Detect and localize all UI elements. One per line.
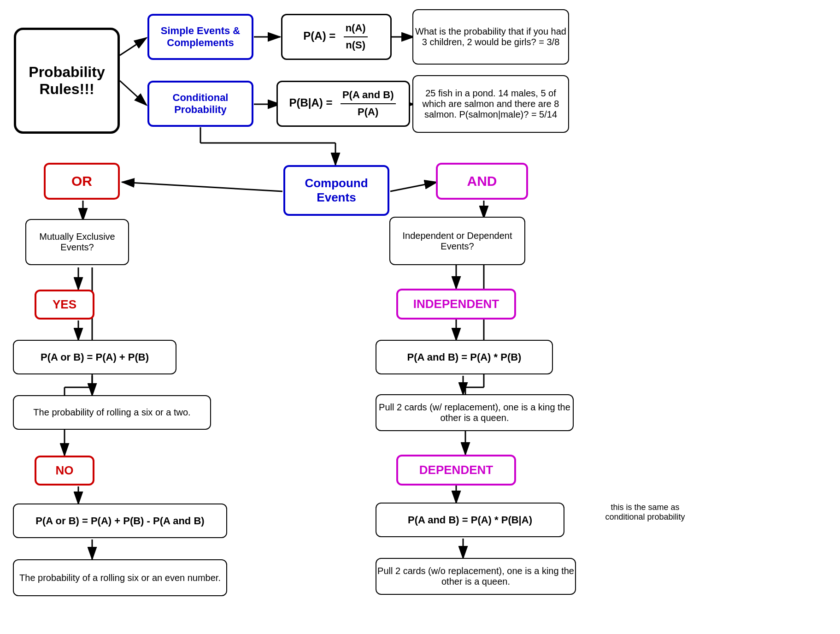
svg-line-11 [122, 182, 282, 191]
formula-conditional-content: P(B|A) = P(A and B) P(A) [289, 88, 397, 119]
dependent-box: DEPENDENT [396, 455, 516, 486]
example-or-yes-label: The probability of rolling a six or a tw… [33, 407, 190, 418]
compound-events-label: Compound Events [285, 176, 388, 205]
example-and-ind-label: Pull 2 cards (w/ replacement), one is a … [376, 402, 573, 423]
formula-conditional-box: P(B|A) = P(A and B) P(A) [276, 81, 410, 127]
formula-simple-box: P(A) = n(A) n(S) [281, 14, 392, 60]
simple-events-box: Simple Events & Complements [147, 14, 253, 60]
compound-events-box: Compound Events [283, 165, 389, 216]
mutually-exclusive-label: Mutually Exclusive Events? [26, 231, 128, 253]
independent-dependent-box: Independent or Dependent Events? [389, 217, 525, 265]
yes-box: YES [35, 290, 94, 320]
no-label: NO [56, 463, 74, 478]
diagram: Probability Rules!!! Simple Events & Com… [0, 0, 840, 634]
probability-rules-label: Probability Rules!!! [16, 64, 117, 98]
or-label: OR [71, 173, 92, 189]
conditional-probability-box: Conditional Probability [147, 81, 253, 127]
formula-or-no-label: P(A or B) = P(A) + P(B) - P(A and B) [35, 515, 204, 527]
formula-or-no-box: P(A or B) = P(A) + P(B) - P(A and B) [13, 504, 227, 538]
independent-label: INDEPENDENT [413, 297, 499, 311]
example-or-yes-box: The probability of rolling a six or a tw… [13, 395, 211, 430]
independent-dependent-label: Independent or Dependent Events? [390, 231, 524, 252]
example-or-no-box: The probability of a rolling six or an e… [13, 559, 227, 596]
formula-and-ind-box: P(A and B) = P(A) * P(B) [376, 340, 553, 374]
simple-events-label: Simple Events & Complements [149, 25, 252, 49]
svg-line-3 [120, 81, 147, 105]
conditional-probability-label: Conditional Probability [149, 92, 252, 116]
formula-or-yes-box: P(A or B) = P(A) + P(B) [13, 340, 176, 374]
probability-rules-box: Probability Rules!!! [14, 28, 120, 134]
example-conditional-box: 25 fish in a pond. 14 males, 5 of which … [412, 75, 569, 133]
dependent-label: DEPENDENT [419, 463, 493, 477]
formula-simple-content: P(A) = n(A) n(S) [303, 21, 369, 53]
formula-and-ind-label: P(A and B) = P(A) * P(B) [407, 351, 522, 363]
and-label: AND [467, 173, 497, 189]
no-box: NO [35, 456, 94, 486]
formula-and-dep-box: P(A and B) = P(A) * P(B|A) [376, 503, 564, 537]
and-box: AND [436, 163, 528, 200]
formula-or-yes-label: P(A or B) = P(A) + P(B) [41, 351, 149, 363]
example-or-no-label: The probability of a rolling six or an e… [19, 573, 221, 583]
example-conditional-label: 25 fish in a pond. 14 males, 5 of which … [413, 88, 568, 120]
example-and-dep-box: Pull 2 cards (w/o replacement), one is a… [376, 558, 576, 595]
svg-line-12 [390, 182, 437, 191]
independent-box: INDEPENDENT [396, 289, 516, 320]
formula-and-dep-label: P(A and B) = P(A) * P(B|A) [408, 514, 532, 526]
example-simple-label: What is the probability that if you had … [413, 26, 568, 47]
or-box: OR [44, 163, 120, 200]
conditional-prob-note: this is the same as conditional probabil… [592, 503, 698, 522]
yes-label: YES [53, 297, 76, 312]
mutually-exclusive-box: Mutually Exclusive Events? [25, 219, 129, 265]
example-and-dep-label: Pull 2 cards (w/o replacement), one is a… [376, 566, 575, 587]
example-and-ind-box: Pull 2 cards (w/ replacement), one is a … [376, 394, 574, 431]
example-simple-box: What is the probability that if you had … [412, 9, 569, 65]
svg-line-2 [120, 38, 147, 55]
note-text-content: this is the same as conditional probabil… [605, 503, 685, 521]
